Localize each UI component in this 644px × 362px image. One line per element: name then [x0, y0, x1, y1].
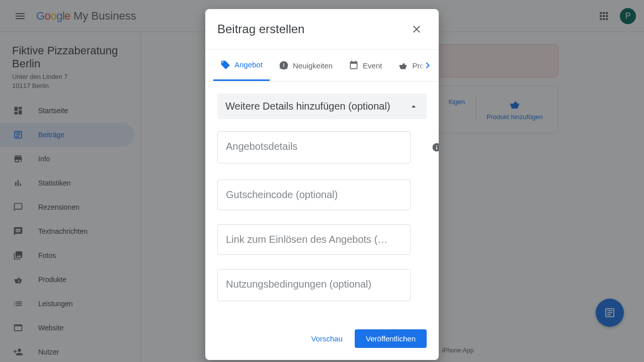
- arrow-up-icon: [409, 102, 419, 112]
- create-post-dialog: Beitrag erstellen Angebot ! Neuigkeiten …: [205, 9, 439, 360]
- coupon-code-input[interactable]: [217, 179, 411, 210]
- tab-offer[interactable]: Angebot: [213, 50, 270, 81]
- preview-button[interactable]: Vorschau: [303, 329, 351, 348]
- tab-event[interactable]: Event: [342, 50, 389, 81]
- redeem-link-input[interactable]: [217, 224, 411, 255]
- chevron-right-icon: [422, 59, 434, 71]
- close-button[interactable]: [407, 19, 427, 39]
- svg-text:!: !: [283, 62, 285, 68]
- offer-details-input[interactable]: [217, 131, 411, 163]
- calendar-icon: [349, 60, 359, 70]
- terms-input[interactable]: [217, 269, 411, 301]
- basket-icon: [398, 60, 408, 70]
- dialog-title: Beitrag erstellen: [217, 22, 304, 36]
- tag-icon: [220, 60, 230, 70]
- close-icon: [411, 23, 423, 35]
- tab-news[interactable]: ! Neuigkeiten: [272, 50, 340, 81]
- alert-icon: !: [279, 60, 289, 70]
- expand-details-toggle[interactable]: Weitere Details hinzufügen (optional): [217, 94, 427, 119]
- publish-button[interactable]: Veröffentlichen: [355, 329, 427, 348]
- modal-overlay: Beitrag erstellen Angebot ! Neuigkeiten …: [0, 0, 644, 362]
- tabs-scroll-right[interactable]: [420, 55, 436, 75]
- info-icon[interactable]: [432, 142, 439, 154]
- dialog-tabs: Angebot ! Neuigkeiten Event Prod: [205, 49, 439, 81]
